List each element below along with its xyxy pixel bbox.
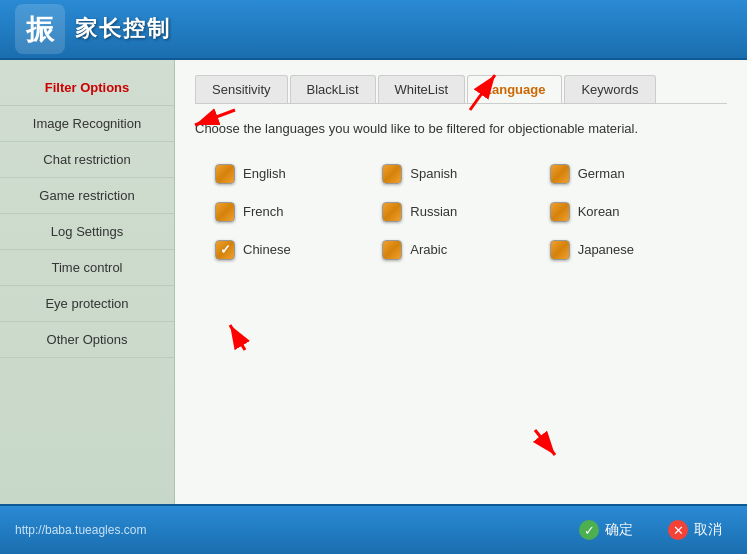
lang-item-chinese[interactable]: Chinese [215, 240, 372, 260]
tab-whitelist[interactable]: WhiteList [378, 75, 465, 103]
lang-label-chinese: Chinese [243, 242, 291, 257]
lang-item-japanese[interactable]: Japanese [550, 240, 707, 260]
lang-item-russian[interactable]: Russian [382, 202, 539, 222]
bottom-buttons: ✓ 确定 ✕ 取消 [569, 515, 732, 545]
tab-keywords[interactable]: Keywords [564, 75, 655, 103]
lang-checkbox-russian[interactable] [382, 202, 402, 222]
lang-label-japanese: Japanese [578, 242, 634, 257]
cancel-label: 取消 [694, 521, 722, 539]
svg-line-6 [535, 430, 555, 455]
lang-item-arabic[interactable]: Arabic [382, 240, 539, 260]
tab-sensitivity[interactable]: Sensitivity [195, 75, 288, 103]
sidebar-item-other-options[interactable]: Other Options [0, 322, 174, 358]
lang-label-russian: Russian [410, 204, 457, 219]
lang-item-french[interactable]: French [215, 202, 372, 222]
cancel-button[interactable]: ✕ 取消 [658, 515, 732, 545]
lang-label-arabic: Arabic [410, 242, 447, 257]
sidebar-item-game-restriction[interactable]: Game restriction [0, 178, 174, 214]
lang-checkbox-chinese[interactable] [215, 240, 235, 260]
lang-checkbox-arabic[interactable] [382, 240, 402, 260]
lang-label-korean: Korean [578, 204, 620, 219]
url-label: http://baba.tueagles.com [15, 523, 146, 537]
sidebar-item-image-recognition[interactable]: Image Recognition [0, 106, 174, 142]
tab-blacklist[interactable]: BlackList [290, 75, 376, 103]
svg-text:振: 振 [25, 14, 56, 45]
sidebar: Filter Options Image Recognition Chat re… [0, 60, 175, 504]
sidebar-item-filter-options[interactable]: Filter Options [0, 70, 174, 106]
description-text: Choose the languages you would like to b… [195, 119, 727, 139]
title-bar: 振 家长控制 [0, 0, 747, 60]
lang-item-english[interactable]: English [215, 164, 372, 184]
bottom-bar: http://baba.tueagles.com ✓ 确定 ✕ 取消 [0, 504, 747, 554]
lang-item-korean[interactable]: Korean [550, 202, 707, 222]
sidebar-item-log-settings[interactable]: Log Settings [0, 214, 174, 250]
language-grid: English Spanish German French Russian [195, 164, 727, 260]
tab-bar: Sensitivity BlackList WhiteList Language… [195, 75, 727, 104]
cancel-icon: ✕ [668, 520, 688, 540]
content-area: Sensitivity BlackList WhiteList Language… [175, 60, 747, 504]
main-area: Filter Options Image Recognition Chat re… [0, 60, 747, 504]
lang-label-spanish: Spanish [410, 166, 457, 181]
lang-item-spanish[interactable]: Spanish [382, 164, 539, 184]
app-logo: 振 [15, 4, 65, 54]
lang-label-english: English [243, 166, 286, 181]
confirm-icon: ✓ [579, 520, 599, 540]
lang-checkbox-english[interactable] [215, 164, 235, 184]
app-title: 家长控制 [75, 14, 171, 44]
confirm-label: 确定 [605, 521, 633, 539]
lang-label-german: German [578, 166, 625, 181]
lang-checkbox-korean[interactable] [550, 202, 570, 222]
svg-line-5 [230, 325, 245, 350]
lang-checkbox-german[interactable] [550, 164, 570, 184]
confirm-button[interactable]: ✓ 确定 [569, 515, 643, 545]
sidebar-item-time-control[interactable]: Time control [0, 250, 174, 286]
lang-item-german[interactable]: German [550, 164, 707, 184]
lang-checkbox-japanese[interactable] [550, 240, 570, 260]
tab-language[interactable]: Language [467, 75, 562, 103]
lang-checkbox-spanish[interactable] [382, 164, 402, 184]
sidebar-item-eye-protection[interactable]: Eye protection [0, 286, 174, 322]
lang-checkbox-french[interactable] [215, 202, 235, 222]
lang-label-french: French [243, 204, 283, 219]
sidebar-item-chat-restriction[interactable]: Chat restriction [0, 142, 174, 178]
